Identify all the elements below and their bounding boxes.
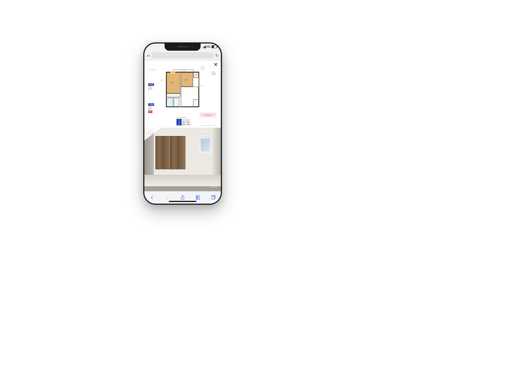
back-button[interactable]: [147, 193, 157, 202]
photo-brand-logo: Live Search: [147, 130, 154, 134]
air-conditioner: [198, 134, 209, 137]
network-label: 4G: [207, 45, 211, 48]
close-button[interactable]: ✕: [213, 62, 218, 67]
battery-icon: [211, 45, 217, 48]
tv-label-left: TV: [161, 80, 163, 81]
floorplan-drawing: ベランダ CL 収納棚 LDK 洋室: [166, 72, 199, 107]
closet-label: CL: [193, 72, 198, 78]
text-size-button[interactable]: AA: [147, 54, 150, 57]
brand-logo: Live Search: [148, 67, 157, 71]
tabs-button[interactable]: [208, 193, 218, 202]
storage-label: 収納棚: [170, 72, 175, 75]
floorplan-panel[interactable]: Live Search 高 52 幅 163 洗濯機 高 80 幅 120: [144, 60, 221, 128]
safari-address-bar: AA ↻: [144, 51, 221, 60]
annot-window-size: 高 52 幅 163: [212, 71, 216, 75]
annot-washer: 洗濯機 高 80 幅 120: [148, 83, 154, 90]
phone-screen: 4G AA ↻ ✕ Live Search: [144, 43, 221, 204]
phone-notch: [165, 43, 201, 51]
annot-fridge: 冷蔵庫 高 60 幅 80 A5A: [148, 103, 154, 113]
reload-button[interactable]: ↻: [215, 53, 219, 58]
phone-frame: 4G AA ↻ ✕ Live Search: [143, 42, 222, 205]
signal-bars-icon: [203, 45, 206, 48]
window: [199, 137, 211, 153]
corner-watermark: [144, 128, 161, 140]
room-photo[interactable]: Live Search 24/41: [144, 128, 221, 191]
url-field[interactable]: [152, 52, 214, 58]
size-note: このサイズ表は目安となります 寸法は参考程度です: [200, 113, 216, 117]
yoshitsu-label: 洋室: [185, 79, 188, 81]
compass-icon: [201, 66, 204, 70]
ldk-label: LDK: [171, 82, 174, 83]
tv-label-right: TV: [201, 85, 203, 87]
page-content: ✕ Live Search 高 52 幅 163 洗濯機: [144, 60, 221, 191]
closet-doors: [155, 136, 185, 169]
curtain-size-table: カーテンサイズ 数11 幅12484 高さ204128: [177, 117, 191, 125]
photo-counter: 24/41: [209, 185, 218, 189]
credit-text: Create by Live Search . 2020/11: [201, 125, 216, 126]
home-indicator[interactable]: [169, 201, 196, 202]
